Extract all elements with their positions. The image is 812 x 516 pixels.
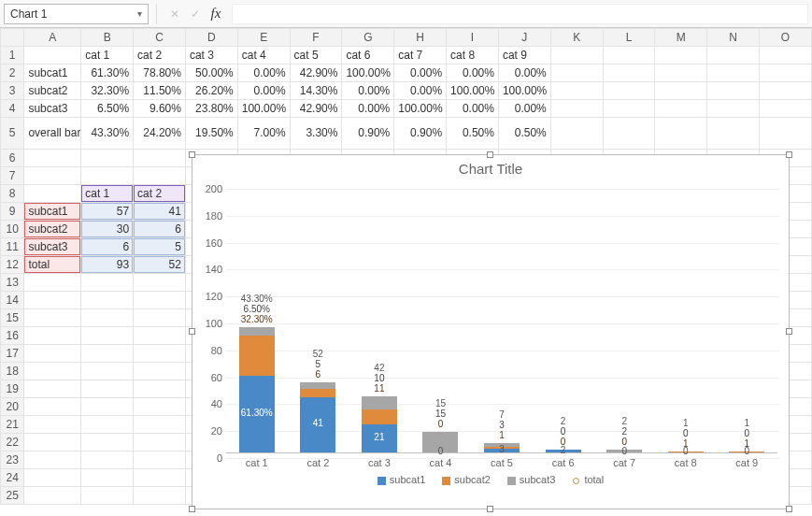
cell[interactable]: 78.80% [134, 64, 186, 82]
row-header[interactable]: 6 [1, 150, 24, 167]
row-header[interactable]: 3 [1, 82, 24, 100]
cell[interactable] [24, 327, 81, 345]
cell[interactable] [603, 82, 655, 100]
cell[interactable] [134, 416, 186, 434]
cell[interactable]: 5 [134, 238, 186, 256]
row-header[interactable]: 20 [1, 398, 24, 416]
cell[interactable] [760, 118, 812, 150]
cell[interactable] [81, 363, 134, 380]
chart-category-column[interactable]: 7313 [471, 184, 533, 452]
row-header[interactable]: 23 [1, 452, 24, 469]
cell[interactable] [81, 150, 134, 167]
resize-handle[interactable] [786, 151, 792, 158]
cell[interactable] [81, 380, 134, 398]
row-header[interactable]: 2 [1, 64, 24, 82]
chart-category-column[interactable]: 151500 [410, 184, 472, 452]
col-header[interactable]: G [342, 29, 394, 47]
cell[interactable]: cat 1 [81, 47, 134, 64]
col-header[interactable]: F [290, 29, 342, 47]
fx-icon[interactable]: fx [206, 4, 226, 24]
row-header[interactable]: 15 [1, 309, 24, 327]
cell[interactable]: 93 [81, 256, 134, 274]
cell[interactable]: 6 [134, 221, 186, 238]
resize-handle[interactable] [786, 328, 792, 335]
cell[interactable]: 0.00% [447, 64, 499, 82]
chart-bar-segment[interactable] [300, 382, 335, 389]
cell[interactable]: 41 [134, 203, 186, 221]
cell[interactable] [760, 100, 812, 118]
legend-item[interactable]: subcat1 [378, 474, 426, 485]
col-header[interactable]: I [447, 29, 499, 47]
cell[interactable] [550, 118, 603, 150]
name-box[interactable]: Chart 1 ▾ [4, 4, 149, 24]
cell[interactable]: 52 [134, 256, 186, 274]
cell[interactable]: 0.50% [498, 118, 550, 150]
cell[interactable] [81, 398, 134, 416]
cell[interactable]: overall bar total [24, 118, 81, 150]
cell[interactable] [24, 363, 81, 380]
col-header[interactable]: O [760, 29, 812, 47]
cell[interactable] [134, 345, 186, 363]
cell[interactable]: 100.00% [394, 100, 447, 118]
cell[interactable] [81, 327, 134, 345]
col-header[interactable]: N [707, 29, 760, 47]
cell[interactable]: subcat2 [24, 82, 81, 100]
cell[interactable]: subcat2 [24, 221, 81, 238]
cell[interactable] [81, 167, 134, 185]
cell[interactable]: 0.00% [498, 100, 550, 118]
cell[interactable]: 50.00% [185, 64, 237, 82]
cell[interactable] [707, 100, 760, 118]
row-header[interactable]: 7 [1, 167, 24, 185]
cell[interactable] [24, 452, 81, 469]
resize-handle[interactable] [487, 506, 493, 512]
cell[interactable]: 0.00% [237, 64, 290, 82]
cell[interactable]: cat 3 [185, 47, 237, 64]
col-header[interactable]: J [498, 29, 550, 47]
cell[interactable]: 100.00% [237, 100, 290, 118]
cell[interactable] [134, 380, 186, 398]
cell[interactable] [24, 274, 81, 292]
cell[interactable]: 0.00% [342, 82, 394, 100]
cell[interactable]: 0.00% [394, 82, 447, 100]
col-header[interactable]: A [24, 29, 81, 47]
cell[interactable]: cat 4 [237, 47, 290, 64]
chart-category-column[interactable]: 525641 [288, 184, 349, 452]
cell[interactable] [81, 434, 134, 452]
col-header[interactable]: M [655, 29, 707, 47]
cell[interactable] [550, 82, 603, 100]
cell[interactable] [81, 452, 134, 469]
cell[interactable] [134, 452, 186, 469]
cell[interactable] [24, 292, 81, 309]
cell[interactable] [655, 118, 707, 150]
cell[interactable] [81, 309, 134, 327]
row-header[interactable]: 1 [1, 47, 24, 64]
cell[interactable] [760, 64, 812, 82]
chart-bar-segment[interactable] [362, 409, 397, 424]
row-header[interactable]: 19 [1, 380, 24, 398]
cell[interactable] [81, 345, 134, 363]
cell[interactable] [707, 118, 760, 150]
row-header[interactable]: 12 [1, 256, 24, 274]
row-header[interactable]: 11 [1, 238, 24, 256]
row-header[interactable]: 9 [1, 203, 24, 221]
cell[interactable] [24, 167, 81, 185]
cell[interactable]: 0.00% [342, 100, 394, 118]
cell[interactable] [134, 292, 186, 309]
cell[interactable]: 6 [81, 238, 134, 256]
cell[interactable] [655, 64, 707, 82]
cell[interactable]: 57 [81, 203, 134, 221]
chart-bar-segment[interactable] [239, 327, 275, 336]
cell[interactable]: cat 1 [81, 185, 134, 203]
cell[interactable] [707, 82, 760, 100]
cell[interactable] [134, 487, 186, 505]
legend-item[interactable]: total [572, 474, 604, 485]
chart-title[interactable]: Chart Title [192, 155, 789, 177]
chart-bar-segment[interactable] [300, 389, 335, 397]
cell[interactable] [760, 82, 812, 100]
cell[interactable] [81, 416, 134, 434]
chart-bar-segment[interactable] [239, 336, 275, 376]
cell[interactable] [134, 150, 186, 167]
cell[interactable] [134, 469, 186, 487]
cell[interactable]: 0.90% [394, 118, 447, 150]
chart-legend[interactable]: subcat1 subcat2 subcat3 total [192, 468, 789, 491]
